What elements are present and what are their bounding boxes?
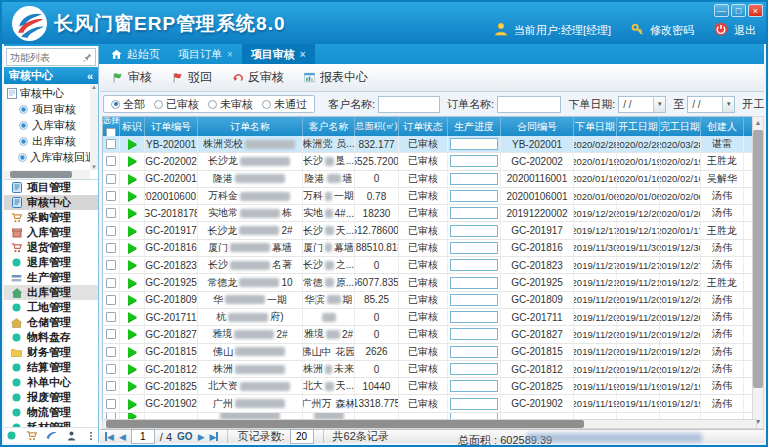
row-select-cell[interactable] bbox=[103, 378, 120, 394]
status-radio-未通过[interactable]: 未通过 bbox=[262, 97, 307, 112]
customer-name-input[interactable] bbox=[378, 96, 440, 113]
table-row[interactable]: YB-202001株洲党校株洲党员...832.177已审核YB-2020012… bbox=[103, 136, 756, 153]
column-header-开工日期[interactable]: 开工日期 bbox=[617, 117, 660, 136]
table-row[interactable]: GC-201812株洲株洲未来0已审核GC-2018122019/11/2020… bbox=[103, 361, 756, 378]
row-checkbox[interactable] bbox=[106, 139, 116, 149]
tree-item-入库审核回退[interactable]: 入库审核回退 bbox=[6, 149, 90, 165]
column-header-下单日期[interactable]: 下单日期 bbox=[574, 117, 617, 136]
sidebar-item-退库管理[interactable]: 退库管理 bbox=[4, 255, 98, 270]
grid-horizontal-scrollbar[interactable] bbox=[102, 419, 757, 429]
table-row[interactable]: 20200106001万科金万科一期0.78已审核202001060012020… bbox=[103, 188, 756, 205]
tree-vertical-scrollbar[interactable]: ▲▼ bbox=[90, 84, 98, 170]
order-date-to-input[interactable]: / / ▾ bbox=[687, 96, 735, 113]
sidebar-item-补单中心[interactable]: 补单中心 bbox=[4, 375, 98, 390]
table-row[interactable]: GC-201902广州广州万森林13318.775已审核GC-201902201… bbox=[103, 395, 756, 412]
table-row[interactable]: GC-201825北大资北大天...10440已审核GC-2018252019/… bbox=[103, 378, 756, 395]
first-page-button[interactable]: ◀ bbox=[105, 432, 114, 442]
tree-root-item[interactable]: 审核中心 bbox=[6, 85, 90, 101]
page-size-input[interactable] bbox=[290, 429, 314, 444]
table-row[interactable]: GC-201925常德龙10常德原...266077.835...已审核GC-2… bbox=[103, 274, 756, 291]
go-button[interactable]: GO bbox=[177, 431, 193, 442]
row-checkbox[interactable] bbox=[106, 295, 116, 305]
previous-page-button[interactable]: ◀ bbox=[119, 432, 126, 442]
status-radio-已审核[interactable]: 已审核 bbox=[154, 97, 199, 112]
toolbar-button-反审核[interactable]: 反审核 bbox=[232, 69, 284, 86]
close-icon[interactable]: × bbox=[227, 49, 233, 60]
row-select-cell[interactable] bbox=[103, 171, 120, 187]
row-select-cell[interactable] bbox=[103, 274, 120, 290]
scroll-up-arrow[interactable]: ▲ bbox=[755, 117, 762, 129]
column-header-订单名称[interactable]: 订单名称 bbox=[198, 117, 303, 136]
table-row[interactable]: GC-201917长沙龙2#长沙天...8512.78600...已审核GC-2… bbox=[103, 222, 756, 239]
row-select-cell[interactable] bbox=[103, 292, 120, 308]
function-search-input[interactable] bbox=[10, 52, 83, 63]
row-checkbox[interactable] bbox=[106, 329, 116, 339]
table-row[interactable]: GC-201711杭府)0已审核GC-2017112019/11/202019/… bbox=[103, 309, 756, 326]
column-header-创建人[interactable]: 创建人 bbox=[701, 117, 744, 136]
column-header-合同编号[interactable]: 合同编号 bbox=[501, 117, 574, 136]
row-checkbox[interactable] bbox=[106, 226, 116, 236]
column-header-客户名称[interactable]: 客户名称 bbox=[303, 117, 355, 136]
row-select-cell[interactable] bbox=[103, 413, 120, 419]
toolbar-button-驳回[interactable]: 驳回 bbox=[172, 69, 212, 86]
toolbar-button-报表中心[interactable]: 报表中心 bbox=[304, 69, 368, 86]
row-checkbox[interactable] bbox=[106, 347, 116, 357]
row-select-cell[interactable] bbox=[103, 136, 120, 152]
sidebar-item-出库管理[interactable]: 出库管理 bbox=[4, 285, 98, 300]
sidebar-panel-header[interactable]: 审核中心 « bbox=[4, 67, 98, 84]
last-page-button[interactable]: ▶ bbox=[210, 432, 219, 442]
sidebar-item-耗材管理[interactable]: 耗材管理 bbox=[4, 420, 98, 427]
row-checkbox[interactable] bbox=[106, 260, 116, 270]
row-select-cell[interactable] bbox=[103, 240, 120, 256]
chevron-down-icon[interactable]: ▾ bbox=[722, 97, 734, 112]
row-checkbox[interactable] bbox=[106, 174, 116, 184]
scrollbar-thumb[interactable] bbox=[106, 420, 584, 428]
change-password-link[interactable]: 修改密码 bbox=[650, 23, 694, 38]
close-icon[interactable]: × bbox=[300, 49, 306, 60]
sidebar-item-报废管理[interactable]: 报废管理 bbox=[4, 390, 98, 405]
row-checkbox[interactable] bbox=[106, 156, 116, 166]
column-header-生产进度[interactable]: 生产进度 bbox=[448, 117, 501, 136]
row-checkbox[interactable] bbox=[106, 243, 116, 253]
row-select-cell[interactable] bbox=[103, 257, 120, 273]
close-button[interactable]: × bbox=[748, 4, 763, 17]
sidebar-item-工地管理[interactable]: 工地管理 bbox=[4, 300, 98, 315]
sidebar-item-结算管理[interactable]: 结算管理 bbox=[4, 360, 98, 375]
status-radio-全部[interactable]: 全部 bbox=[111, 97, 145, 112]
column-header-标识[interactable]: 标识 bbox=[120, 117, 145, 136]
grid-vertical-scrollbar[interactable]: ▲ ▼ bbox=[752, 116, 764, 429]
tree-item-入库审核[interactable]: 入库审核 bbox=[6, 117, 90, 133]
table-row[interactable]: GC-201816厦门幕墙厦门幕墙188510.818已审核GC-2018162… bbox=[103, 240, 756, 257]
tab-项目审核[interactable]: 项目审核× bbox=[242, 44, 315, 64]
table-row[interactable]: GC-202001隆港隆港墙0已审核202001160012020/01/162… bbox=[103, 171, 756, 188]
minimize-button[interactable]: — bbox=[714, 4, 729, 17]
collapse-icon[interactable]: « bbox=[87, 70, 93, 82]
row-checkbox[interactable] bbox=[106, 399, 116, 409]
row-checkbox[interactable] bbox=[106, 364, 116, 374]
row-select-cell[interactable] bbox=[103, 153, 120, 169]
scrollbar-thumb[interactable] bbox=[10, 171, 72, 178]
column-header-总面积(㎡)[interactable]: 总面积(㎡) bbox=[355, 117, 399, 136]
toolbar-button-审核[interactable]: 审核 bbox=[112, 69, 152, 86]
table-row[interactable]: GC-201827雅境2#雅境2#0已审核GC-2018272019/11/20… bbox=[103, 326, 756, 343]
row-select-cell[interactable] bbox=[103, 309, 120, 325]
row-checkbox[interactable] bbox=[106, 413, 116, 419]
sidebar-item-采购管理[interactable]: 采购管理 bbox=[4, 210, 98, 225]
row-checkbox[interactable] bbox=[106, 208, 116, 218]
chevron-down-icon[interactable]: ▾ bbox=[653, 97, 665, 112]
row-select-cell[interactable] bbox=[103, 395, 120, 411]
scrollbar-thumb[interactable] bbox=[753, 130, 763, 388]
row-checkbox[interactable] bbox=[106, 278, 116, 288]
tree-horizontal-scrollbar[interactable] bbox=[4, 170, 90, 179]
function-search-box[interactable] bbox=[6, 48, 96, 66]
row-select-cell[interactable] bbox=[103, 222, 120, 238]
table-row[interactable]: GC-201809华一期华滨期85.25已审核GC-2018092019/11/… bbox=[103, 292, 756, 309]
row-select-cell[interactable] bbox=[103, 361, 120, 377]
tree-item-项目审核[interactable]: 项目审核 bbox=[6, 101, 90, 117]
table-row[interactable]: GC-2018178实地常栋实地4#...18230已审核20191220002… bbox=[103, 205, 756, 222]
column-header-选择[interactable]: 选择 bbox=[103, 117, 120, 136]
tab-项目订单[interactable]: 项目订单× bbox=[169, 44, 242, 64]
tree-item-出库审核[interactable]: 出库审核 bbox=[6, 133, 90, 149]
sidebar-item-项目管理[interactable]: 项目管理 bbox=[4, 180, 98, 195]
table-row[interactable]: GC-201815佛山佛山中花园2626已审核GC-2018152019/11/… bbox=[103, 344, 756, 361]
